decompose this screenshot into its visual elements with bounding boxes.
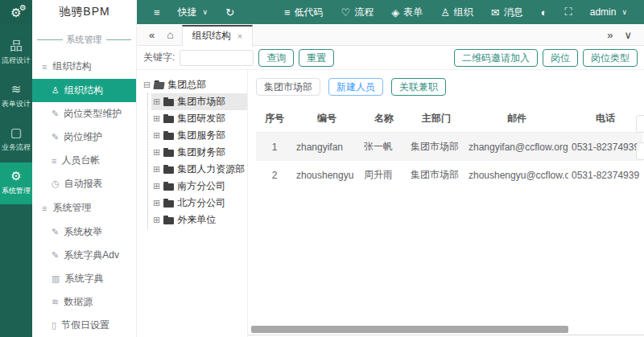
nav-flow[interactable]: ♡ 流程 [334, 0, 382, 24]
post-button[interactable]: 岗位 [543, 49, 578, 67]
tree-node-marketing[interactable]: ⊞ 集团市场部 [151, 93, 247, 110]
nav-form[interactable]: ◈ 表单 [384, 0, 430, 24]
tree-node-service[interactable]: ⊞ 集团服务部 [151, 127, 247, 144]
tree-root-node[interactable]: ⊟ 集团总部 [142, 76, 247, 93]
expand-icon[interactable]: ⊞ [153, 215, 160, 225]
menu-group-system[interactable]: ≡ 系统管理 [32, 195, 136, 220]
rail-label: 系统管理 [2, 186, 31, 196]
col-header-no: 编号 [293, 105, 361, 133]
collapse-icon[interactable]: ⊟ [143, 80, 151, 90]
tabs-menu-icon[interactable]: ∨ [620, 29, 636, 41]
expand-icon[interactable]: ⊞ [153, 147, 160, 158]
quick-menu-label: 快捷 [178, 6, 197, 19]
menu-group-label: 系统管理 [52, 201, 91, 215]
rail-item-system-admin[interactable]: ⚙ 系统管理 [0, 162, 32, 204]
table-row[interactable]: 2 zhoushengyu 周升雨 集团市场部 zhoushengyu@ccfl… [256, 161, 642, 189]
cell-index: 1 [256, 133, 293, 162]
new-person-button[interactable]: 新建人员 [328, 78, 383, 96]
app-logo[interactable]: ⚙ ⚙ [0, 0, 32, 24]
menu-item-auto-report[interactable]: ◷ 自动报表 [32, 172, 136, 195]
nav-message[interactable]: ✉ 消息 [484, 0, 530, 24]
rail-item-business-flow[interactable]: ▢ 业务流程 [0, 119, 32, 161]
rail-label: 表单设计 [2, 99, 31, 109]
clock-icon: ◷ [52, 179, 60, 189]
nav-lowcode[interactable]: ≡ 低代码 [277, 0, 331, 24]
square-icon: ▢ [10, 126, 22, 138]
col-header-dept: 主部门 [407, 105, 465, 133]
scrollbar-thumb[interactable] [251, 326, 568, 333]
close-icon[interactable]: × [237, 31, 242, 41]
tree-node-external[interactable]: ⊞ 外来单位 [151, 212, 247, 228]
tab-org-structure[interactable]: 组织结构 × [182, 25, 253, 46]
quick-menu[interactable]: 快捷 ∨ [171, 0, 216, 24]
folder-icon [163, 150, 174, 157]
current-dept-button[interactable]: 集团市场部 [256, 78, 320, 96]
link-parttime-button[interactable]: 关联兼职 [391, 78, 446, 96]
tabs-scroll-right-icon[interactable]: » [603, 29, 617, 41]
expand-icon[interactable]: ⊞ [153, 164, 160, 175]
theme-button[interactable]: ◐ [534, 0, 555, 24]
folder-icon [163, 217, 174, 224]
chevron-down-icon: ∨ [621, 8, 627, 16]
qr-invite-button[interactable]: 二维码邀请加入 [454, 49, 538, 67]
post-type-button[interactable]: 岗位类型 [583, 49, 638, 67]
sidebar-collapse-button[interactable]: ≡ [147, 0, 167, 24]
fullscreen-icon: ⛶ [565, 6, 572, 18]
tree-node-finance[interactable]: ⊞ 集团财务部 [151, 144, 247, 161]
expand-icon[interactable]: ⊞ [153, 113, 160, 124]
menu-item-sys-enum[interactable]: ✎ 系统枚举 [32, 220, 136, 244]
bottom-divider [248, 335, 644, 335]
tree-node-label: 集团总部 [167, 78, 206, 92]
menu-item-post-type[interactable]: ✎ 岗位类型维护 [32, 102, 136, 125]
row-action-button-clipped[interactable] [636, 142, 644, 160]
cell-dept: 集团市场部 [407, 161, 465, 189]
menu-item-sys-dict[interactable]: ▥ 系统字典 [32, 267, 136, 290]
horizontal-scrollbar[interactable] [248, 326, 644, 333]
tab-bar: « ⌂ 组织结构 × » ∨ [137, 24, 644, 46]
tabs-scroll-left-icon[interactable]: « [145, 29, 159, 41]
menu-item-datasource[interactable]: ≋ 数据源 [32, 290, 136, 314]
menu-item-sys-dict-adv[interactable]: ✎ 系统字典Adv [32, 244, 136, 267]
rail-item-form-design[interactable]: ≋ 表单设计 [0, 76, 32, 117]
table-row[interactable]: 1 zhangyifan 张一帆 集团市场部 zhangyifan@ccflow… [256, 133, 642, 162]
search-button[interactable]: 查询 [258, 49, 294, 67]
expand-icon[interactable]: ⊞ [153, 130, 160, 141]
lowcode-icon: ≡ [284, 6, 291, 18]
refresh-button[interactable]: ↻ [218, 0, 242, 24]
cell-name: 张一帆 [361, 133, 407, 162]
folder-icon [163, 99, 174, 106]
row-action-button-clipped[interactable] [636, 115, 644, 133]
menu-group-org[interactable]: ≡ 组织结构 [32, 54, 136, 79]
menu-item-personnel[interactable]: ≡ 人员台帐 [32, 149, 136, 172]
tree-node-label: 集团人力资源部 [177, 162, 245, 176]
tree-node-rnd[interactable]: ⊞ 集团研发部 [151, 110, 247, 127]
menu-item-holiday[interactable]: ▯ 节假日设置 [32, 314, 136, 337]
refresh-icon: ↻ [225, 6, 234, 18]
menu-item-org-structure[interactable]: ♙ 组织结构 [32, 79, 136, 102]
tree-node-south-branch[interactable]: ⊞ 南方分公司 [151, 178, 247, 195]
menu-item-post-maintain[interactable]: ✎ 岗位维护 [32, 125, 136, 149]
sidebar-header-label: 系统管理 [67, 34, 102, 46]
user-menu[interactable]: admin ∨ [583, 0, 634, 24]
tree-node-label: 集团财务部 [177, 146, 225, 159]
fullscreen-button[interactable]: ⛶ [558, 0, 580, 24]
keyword-input[interactable] [180, 50, 254, 66]
expand-icon[interactable]: ⊞ [153, 198, 160, 208]
rail-item-flow-design[interactable]: 品 流程设计 [0, 32, 32, 74]
home-icon[interactable]: ⌂ [162, 28, 178, 41]
brand-title: 驰骋BPM [32, 0, 137, 24]
gear-icon: ⚙ [10, 170, 21, 182]
expand-icon[interactable]: ⊞ [153, 181, 160, 191]
panes: ⊟ 集团总部 ⊞ 集团市场部 ⊞ 集团研发部 [137, 70, 644, 337]
tree-node-hr[interactable]: ⊞ 集团人力资源部 [151, 161, 247, 178]
app-body: 品 流程设计 ≋ 表单设计 ▢ 业务流程 ⚙ 系统管理 系统管理 ≡ 组织结构 … [0, 24, 644, 337]
pencil-icon: ✎ [52, 250, 59, 261]
folder-icon [163, 200, 174, 208]
reset-button[interactable]: 重置 [299, 49, 334, 67]
nav-org[interactable]: ♙ 组织 [433, 0, 481, 24]
calendar-icon: ▯ [52, 320, 56, 331]
tree-node-north-branch[interactable]: ⊞ 北方分公司 [151, 195, 247, 212]
table-header-row: 序号 编号 名称 主部门 邮件 电话 [256, 105, 642, 133]
pencil-icon: ✎ [52, 132, 59, 142]
expand-icon[interactable]: ⊞ [153, 97, 160, 107]
